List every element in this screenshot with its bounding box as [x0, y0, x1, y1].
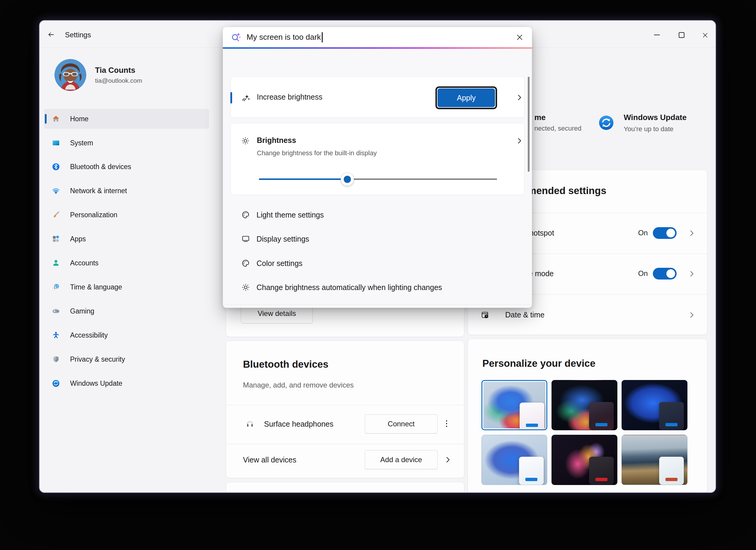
sidebar-item-apps[interactable]: Apps: [44, 229, 209, 249]
device-name: Surface headphones: [264, 420, 333, 429]
overlay-scrollbar-thumb[interactable]: [528, 77, 530, 172]
sidebar-item-system[interactable]: System: [44, 133, 209, 153]
theme-thumbnail-bloom-dark-blue[interactable]: [622, 380, 687, 430]
bluetooth-card-subtitle: Manage, add, and remove devices: [243, 381, 354, 389]
sidebar-item-label: Home: [70, 115, 88, 123]
theme-thumbnail-abstract-flower[interactable]: [552, 435, 617, 485]
result-link[interactable]: Display settings: [223, 231, 532, 247]
shield-icon: [52, 355, 60, 363]
sidebar-item-home[interactable]: Home: [44, 109, 209, 129]
accent-color-swatch: [595, 478, 607, 481]
avatar[interactable]: [54, 59, 86, 91]
mobile-hotspot-toggle[interactable]: [653, 227, 677, 239]
result-link-label: Change brightness automatically when lig…: [257, 283, 442, 292]
brightness-slider-track[interactable]: [259, 178, 497, 180]
search-query-text: My screen is too dark: [247, 32, 321, 42]
theme-preview-window: [589, 457, 614, 485]
result-link-label: Display settings: [257, 235, 309, 243]
user-name: Tia Counts: [95, 66, 135, 75]
brightness-slider-fill: [259, 178, 347, 180]
brightness-sun-icon: [241, 137, 250, 145]
network-name-partial: me: [534, 113, 546, 122]
person-icon: [52, 259, 60, 267]
next-section-card: [226, 482, 464, 493]
chevron-right-icon[interactable]: [688, 229, 696, 237]
chevron-right-icon[interactable]: [515, 137, 523, 145]
close-search-button[interactable]: [514, 32, 525, 43]
sidebar-item-network[interactable]: Network & internet: [44, 181, 209, 201]
sidebar-item-label: Bluetooth & devices: [70, 163, 131, 171]
sidebar-item-label: System: [70, 139, 93, 147]
gamepad-icon: [52, 307, 60, 315]
search-input[interactable]: My screen is too dark: [223, 27, 532, 47]
headphones-icon: [246, 420, 254, 428]
theme-preview-window: [589, 402, 614, 430]
card-divider: [226, 405, 464, 405]
sidebar-item-bluetooth[interactable]: Bluetooth & devices: [44, 157, 209, 177]
theme-preview-window: [659, 402, 684, 430]
auto-brightness-sparkle-icon: [241, 93, 250, 102]
sidebar-item-personalization[interactable]: Personalization: [44, 205, 209, 225]
sidebar-item-time-language[interactable]: Time & language: [44, 277, 209, 297]
chevron-right-icon[interactable]: [688, 270, 696, 278]
maximize-button[interactable]: [678, 31, 685, 38]
theme-thumbnail-mountain[interactable]: [622, 435, 687, 485]
result-link[interactable]: Light theme settings: [223, 207, 532, 223]
sidebar-item-label: Time & language: [70, 283, 122, 291]
windows-update-title[interactable]: Windows Update: [624, 113, 687, 122]
action-result-card[interactable]: Increase brightness Apply: [231, 77, 524, 118]
footer-divider: [223, 305, 532, 305]
date-time-label[interactable]: Date & time: [505, 311, 545, 319]
clock-globe-icon: [52, 283, 60, 291]
sidebar-item-accessibility[interactable]: Accessibility: [44, 325, 209, 345]
user-email: tia@outlook.com: [95, 77, 142, 84]
minimize-button[interactable]: [653, 31, 660, 38]
sidebar-item-gaming[interactable]: Gaming: [44, 301, 209, 321]
airplane-mode-toggle[interactable]: [653, 268, 677, 280]
result-link-label: Light theme settings: [257, 210, 324, 219]
update-icon: [52, 380, 60, 387]
toggle-knob: [666, 269, 675, 278]
accent-color-swatch: [665, 478, 678, 481]
apply-button[interactable]: Apply: [438, 88, 495, 107]
result-link[interactable]: Color settings: [223, 255, 532, 272]
chevron-right-icon[interactable]: [515, 94, 523, 101]
settings-window: Settings Tia Counts tia@outlook.com Home: [39, 20, 716, 493]
maximize-icon: [679, 32, 684, 38]
home-icon: [52, 115, 60, 123]
result-link[interactable]: Change brightness automatically when lig…: [223, 279, 532, 296]
kebab-menu-icon: [446, 420, 447, 422]
theme-thumbnail-bloom-light[interactable]: [481, 380, 547, 430]
result-link-label: Color settings: [257, 259, 303, 268]
action-result-label: Increase brightness: [257, 93, 322, 101]
date-time-icon: [481, 311, 489, 319]
back-button[interactable]: [48, 31, 55, 38]
theme-thumbnail-bloom-dark[interactable]: [552, 380, 617, 430]
sidebar-item-accounts[interactable]: Accounts: [44, 253, 209, 273]
view-all-devices-label[interactable]: View all devices: [243, 456, 296, 464]
sidebar-item-label: Apps: [70, 235, 86, 243]
apps-icon: [52, 235, 60, 243]
bluetooth-card-title: Bluetooth devices: [243, 359, 328, 370]
theme-thumbnail-bloom-light-blue[interactable]: [481, 435, 547, 485]
close-window-button[interactable]: [701, 31, 709, 39]
add-device-button[interactable]: Add a device: [365, 450, 438, 469]
brightness-slider-thumb[interactable]: [341, 173, 354, 186]
sidebar-item-privacy[interactable]: Privacy & security: [44, 349, 209, 369]
brush-icon: [52, 211, 60, 219]
desktop-background: Settings Tia Counts tia@outlook.com Home: [0, 0, 756, 550]
sidebar-item-windows-update[interactable]: Windows Update: [44, 373, 209, 393]
device-menu-button[interactable]: [444, 419, 449, 429]
close-icon: [702, 32, 709, 39]
connect-button[interactable]: Connect: [365, 414, 438, 434]
wifi-icon: [52, 187, 60, 195]
chevron-right-icon[interactable]: [444, 456, 452, 464]
system-icon: [52, 139, 60, 147]
sidebar-item-label: Windows Update: [70, 380, 122, 388]
sidebar-item-label: Accessibility: [70, 331, 108, 340]
brightness-result-card[interactable]: Brightness Change brightness for the bui…: [231, 123, 524, 195]
back-arrow-icon: [48, 31, 55, 38]
chevron-right-icon[interactable]: [688, 311, 696, 319]
accent-color-swatch: [526, 424, 538, 427]
sidebar-item-label: Network & internet: [70, 187, 127, 195]
